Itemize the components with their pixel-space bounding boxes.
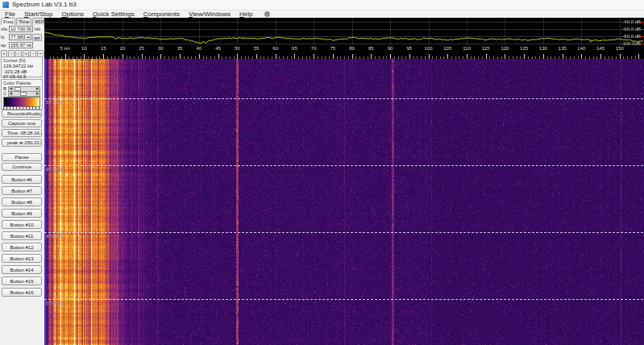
scale-label-35hz: 35 — [177, 46, 183, 52]
spectrum-db-label: -80.0 dB — [622, 34, 641, 39]
scale-label-135hz: 135 — [559, 46, 567, 52]
sidebar-button-peak-at-250-23-hz[interactable]: peak at 250.23 Hz — [2, 139, 42, 147]
vfo-input[interactable] — [9, 26, 33, 32]
scale-label-115hz: 115 — [482, 46, 490, 52]
sidebar-button-button-14[interactable]: Button #14 — [2, 265, 42, 274]
scale-label-40hz: 40 — [196, 46, 202, 52]
scale-label-120hz: 120 — [501, 46, 509, 52]
waterfall-display[interactable]: 07:15:0107:10:0107:05:0207:00:02 — [44, 59, 644, 345]
scale-label-90hz: 90 — [388, 46, 393, 52]
scale-label-25hz: 25 — [139, 46, 144, 52]
menu-item-view-windows[interactable]: View/Windows — [189, 10, 231, 18]
scale-label-80hz: 80 — [349, 46, 355, 52]
waterfall-canvas[interactable] — [44, 59, 644, 345]
sidebar-button-button-11[interactable]: Button #11 — [2, 231, 42, 240]
mode-tabs: Freq Time RDF — [1, 18, 48, 25]
vfo-unit: Hz — [35, 27, 40, 31]
sidebar-button-button-8[interactable]: Button #8 — [2, 197, 42, 206]
tab-freq[interactable]: Freq — [1, 18, 15, 25]
menu-item-components[interactable]: Components — [143, 10, 180, 18]
menu-item-file[interactable]: File — [5, 10, 15, 18]
waterfall-timestamp: 07:05:02 — [46, 234, 64, 239]
sidebar-button-button-9[interactable]: Button #9 — [2, 209, 42, 218]
sidebar-button-time-08-28-16-4[interactable]: Time: 08:28:16.4 — [2, 129, 42, 137]
palette-gradient-bar[interactable] — [3, 97, 40, 107]
sp-row: sp — [0, 41, 33, 49]
scale-label-75hz: 75 — [330, 46, 336, 52]
scale-label-10hz: 10 — [81, 46, 87, 52]
sidebar-button-button-16[interactable]: Button #16 — [2, 288, 42, 297]
sidebar-button-capture-now[interactable]: Capture now — [2, 119, 42, 127]
sidebar-button-button-7[interactable]: Button #7 — [2, 186, 42, 195]
waterfall-timestamp: 07:00:02 — [46, 301, 64, 306]
sp-input[interactable] — [9, 42, 33, 48]
menu-bar: FileStart/StopOptionsQuick SettingsCompo… — [0, 10, 644, 18]
menu-item-options[interactable]: Options — [62, 10, 85, 18]
scale-label-110hz: 110 — [463, 46, 471, 52]
record-indicator-icon[interactable] — [264, 11, 270, 17]
spectrum-plot-canvas[interactable] — [44, 18, 644, 45]
sidebar-button-button-13[interactable]: Button #13 — [2, 254, 42, 263]
scale-label-50hz: 50 — [235, 46, 240, 52]
slider-left-arrow-icon[interactable]: ◀ — [9, 92, 13, 96]
fc-input[interactable] — [9, 34, 31, 40]
spectrum-db-label: -40.0 dB — [622, 19, 641, 24]
contrast-slider-thumb[interactable] — [20, 92, 27, 96]
scale-label-125hz: 125 — [520, 46, 528, 52]
waterfall-timestamp: 07:10:01 — [46, 167, 64, 172]
scale-label-65hz: 65 — [292, 46, 297, 52]
scale-label-30hz: 30 — [158, 46, 164, 52]
scale-label-70hz: 70 — [311, 46, 317, 52]
color-palette-panel: Color Palette B ◀ ▶ C ◀ ▶ -100 dB -50 — [1, 79, 43, 110]
scale-label-45hz: 45 — [215, 46, 221, 52]
contrast-slider-label: C — [3, 91, 7, 96]
sidebar-button-recordedaudio-004[interactable]: RecordedAudio_004 — [2, 110, 42, 118]
scale-label-15hz: 15 — [101, 46, 106, 52]
vfo-row: vfo Hz — [0, 25, 40, 33]
sidebar-button-button-15[interactable]: Button #15 — [2, 276, 42, 285]
scale-label-150hz: 150 — [616, 46, 624, 52]
scale-label-95hz: 95 — [406, 46, 412, 52]
sidebar-button-button-10[interactable]: Button #10 — [2, 220, 42, 229]
scale-label-140hz: 140 — [577, 46, 585, 52]
fc-label: fc — [1, 35, 8, 39]
sp-label: sp — [1, 43, 8, 48]
app-icon — [2, 2, 9, 8]
frequency-scale[interactable]: 5 Hz101520253035404550556065707580859095… — [44, 45, 644, 59]
scale-label-105hz: 105 — [443, 46, 451, 52]
scale-label-145hz: 145 — [596, 46, 605, 52]
cursor-panel: Cursor [N] 139.34722 Hz -103.28 dB 07:05… — [1, 56, 43, 77]
fc-row: fc opt — [0, 33, 42, 41]
scale-label-20hz: 20 — [120, 46, 126, 52]
contrast-slider[interactable]: ◀ ▶ — [8, 91, 40, 97]
waterfall-timestamp: 07:15:01 — [46, 100, 64, 105]
spectrum-db-label: -60.0 dB — [622, 27, 641, 31]
scale-label-130hz: 130 — [539, 46, 547, 52]
spectrum-graph[interactable]: -40.0 dB-60.0 dB-80.0 dB-100.0dB — [44, 18, 644, 45]
sidebar-button-continue[interactable]: Continue — [2, 163, 42, 171]
scale-label-55hz: 55 — [254, 46, 260, 52]
scale-label-5hz: 5 Hz — [60, 46, 70, 52]
title-bar: Spectrum Lab V3.1 b3 — [0, 0, 644, 10]
menu-item-quick-settings[interactable]: Quick Settings — [93, 10, 135, 18]
sidebar-button-button-12[interactable]: Button #12 — [2, 243, 42, 251]
cursor-panel-title: Cursor [N] — [3, 58, 40, 63]
scale-label-60hz: 60 — [272, 46, 278, 52]
vfo-label: vfo — [1, 27, 8, 31]
menu-item-help[interactable]: Help — [239, 10, 252, 18]
window-title: Spectrum Lab V3.1 b3 — [12, 0, 77, 10]
color-palette-title: Color Palette — [3, 81, 40, 85]
menu-item-start-stop[interactable]: Start/Stop — [24, 10, 53, 18]
scale-label-85hz: 85 — [368, 46, 374, 52]
scale-label-100hz: 100 — [424, 46, 432, 52]
contrast-slider-row: C ◀ ▶ — [3, 91, 40, 96]
left-control-panel: Freq Time RDF vfo Hz fc opt sp «‹›»−+· C… — [0, 18, 44, 345]
tab-time[interactable]: Time — [16, 18, 31, 25]
sidebar-button-pause[interactable]: Pause — [2, 153, 42, 161]
sidebar-button-button-6[interactable]: Button #6 — [2, 175, 42, 184]
slider-right-arrow-icon[interactable]: ▶ — [35, 92, 39, 96]
fc-options-button[interactable]: opt — [32, 34, 42, 41]
